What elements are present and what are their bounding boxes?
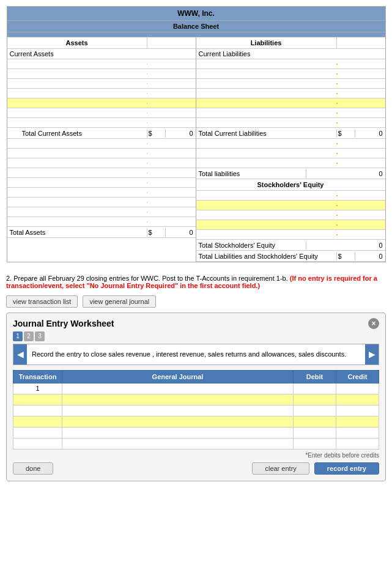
se-row-2-yellow — [196, 201, 385, 210]
debit-cell-2[interactable] — [294, 394, 336, 405]
tab-2[interactable]: 2 — [24, 331, 34, 341]
below-asset-row-1 — [7, 139, 196, 149]
credit-cell-4[interactable] — [336, 416, 379, 427]
table-row: 1 — [13, 383, 379, 394]
credit-cell-6[interactable] — [336, 438, 379, 449]
credit-input-1[interactable] — [339, 385, 376, 392]
credit-input-2[interactable] — [339, 396, 376, 403]
spacer-asset-5 — [7, 217, 196, 227]
view-transaction-list-button[interactable]: view transaction list — [6, 295, 78, 308]
total-liab-se-row: Total Liabilities and Stockholders' Equi… — [196, 251, 385, 262]
debit-input-3[interactable] — [296, 407, 333, 414]
credit-input-3[interactable] — [339, 407, 376, 414]
liab-row-7 — [196, 118, 385, 128]
total-assets-label: Total Assets — [7, 228, 147, 237]
debit-input-5[interactable] — [296, 429, 333, 436]
account-input-2[interactable] — [65, 396, 290, 403]
debit-input-1[interactable] — [296, 385, 333, 392]
account-input-1[interactable] — [65, 385, 290, 392]
asset-row-2 — [7, 69, 196, 79]
transaction-empty-3 — [13, 416, 62, 427]
credit-cell-3[interactable] — [336, 405, 379, 416]
spacer-asset-3 — [7, 198, 196, 207]
se-row-4-yellow — [196, 220, 385, 230]
asset-row-6 — [7, 108, 196, 118]
instruction-number: 2. — [6, 275, 12, 282]
table-row — [13, 438, 379, 449]
journal-table: Transaction General Journal Debit Credit… — [13, 370, 379, 450]
spacer-asset-4 — [7, 207, 196, 217]
credit-input-4[interactable] — [339, 418, 376, 425]
total-liab-se-dollar: $ — [336, 252, 355, 261]
total-liab-label: Total liabilities — [196, 169, 306, 179]
view-general-journal-button[interactable]: view general journal — [83, 295, 156, 308]
clear-entry-button[interactable]: clear entry — [252, 462, 309, 475]
account-cell-2[interactable] — [62, 394, 294, 405]
debit-input-2[interactable] — [296, 396, 333, 403]
report-title: Balance Sheet — [7, 21, 385, 32]
debit-cell-3[interactable] — [294, 405, 336, 416]
account-input-3[interactable] — [65, 407, 290, 414]
account-cell-5[interactable] — [62, 427, 294, 438]
liab-row-5-yellow — [196, 98, 385, 108]
account-cell-3[interactable] — [62, 405, 294, 416]
assets-amount-header — [147, 37, 196, 48]
transaction-empty-4 — [13, 427, 62, 438]
table-row — [13, 394, 379, 405]
account-input-6[interactable] — [65, 440, 290, 447]
credit-cell-5[interactable] — [336, 427, 379, 438]
description-nav: ◀ Record the entry to close sales revenu… — [13, 344, 379, 365]
total-se-row: Total Stockholders' Equity 0 — [196, 240, 385, 251]
total-current-liabilities-row: Total Current Liabilities $ 0 — [196, 128, 385, 139]
debit-cell-1[interactable] — [294, 383, 336, 394]
asset-row-4 — [7, 89, 196, 98]
liab-row-3 — [196, 79, 385, 89]
record-entry-button[interactable]: record entry — [314, 462, 379, 475]
nav-left-icon[interactable]: ◀ — [13, 344, 27, 365]
below-liab-row-2 — [196, 149, 385, 158]
assets-header: Assets — [7, 37, 147, 48]
asset-row-3 — [7, 79, 196, 89]
close-icon[interactable]: × — [368, 318, 379, 329]
blue-spacer — [7, 32, 385, 37]
se-row-5 — [196, 230, 385, 240]
transaction-empty-2 — [13, 405, 62, 416]
credit-input-5[interactable] — [339, 429, 376, 436]
liab-row-4 — [196, 89, 385, 98]
debit-input-4[interactable] — [296, 418, 333, 425]
tab-3[interactable]: 3 — [35, 331, 45, 341]
total-assets-dollar: $ — [147, 228, 165, 237]
below-asset-row-4 — [7, 168, 196, 178]
tab-1[interactable]: 1 — [13, 331, 23, 341]
assets-section: Assets Current Assets — [7, 37, 196, 262]
account-cell-1[interactable] — [62, 383, 294, 394]
col-debit: Debit — [294, 370, 336, 383]
credit-cell-2[interactable] — [336, 394, 379, 405]
credit-cell-1[interactable] — [336, 383, 379, 394]
done-button[interactable]: done — [13, 462, 53, 475]
col-credit: Credit — [336, 370, 379, 383]
spacer-asset-2 — [7, 188, 196, 198]
total-assets-row: Total Assets $ 0 — [7, 227, 196, 238]
total-current-liab-val: 0 — [355, 129, 385, 138]
nav-right-icon[interactable]: ▶ — [365, 344, 379, 365]
total-liab-se-val: 0 — [355, 252, 385, 261]
balance-sheet: WWW, Inc. Balance Sheet Assets Current A… — [7, 6, 386, 262]
account-input-4[interactable] — [65, 418, 290, 425]
account-input-5[interactable] — [65, 429, 290, 436]
debit-cell-5[interactable] — [294, 427, 336, 438]
action-buttons: view transaction list view general journ… — [6, 295, 386, 308]
asset-row-1 — [7, 59, 196, 69]
table-row — [13, 416, 379, 427]
transaction-num: 1 — [13, 383, 62, 394]
account-cell-6[interactable] — [62, 438, 294, 449]
current-assets-label: Current Assets — [7, 49, 196, 59]
liab-row-6 — [196, 108, 385, 118]
debit-input-6[interactable] — [296, 440, 333, 447]
debit-cell-6[interactable] — [294, 438, 336, 449]
debit-cell-4[interactable] — [294, 416, 336, 427]
current-liabilities-label: Current Liabilities — [196, 49, 385, 59]
liab-row-2 — [196, 69, 385, 79]
account-cell-4[interactable] — [62, 416, 294, 427]
credit-input-6[interactable] — [339, 440, 376, 447]
